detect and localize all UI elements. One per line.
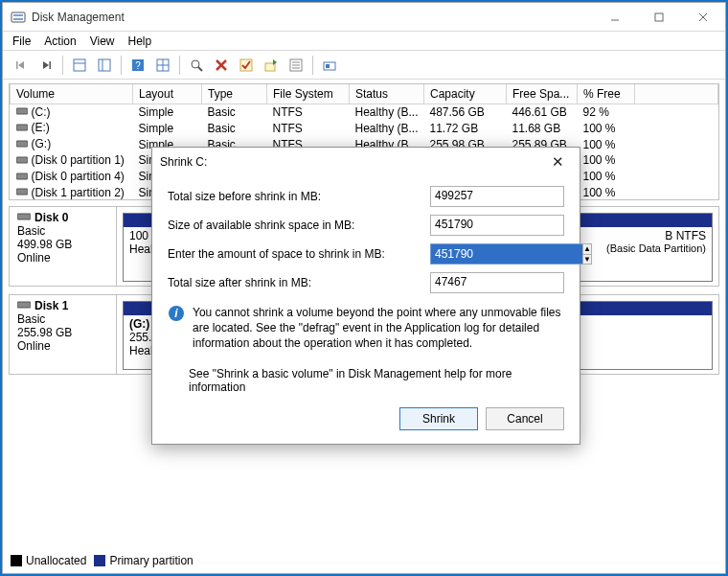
delete-icon[interactable] [210,54,233,77]
svg-rect-32 [16,141,28,147]
svg-rect-34 [16,173,28,179]
disk-info: Disk 1 Basic 255.98 GB Online [10,295,117,374]
svg-rect-2 [13,18,23,20]
label-shrink-amount: Enter the amount of space to shrink in M… [168,247,430,261]
menu-help[interactable]: Help [128,35,152,48]
info-icon: i [168,305,185,352]
shrink-amount-input[interactable] [430,243,582,265]
partition-label: B NTFS [584,229,706,242]
info-text: You cannot shrink a volume beyond the po… [193,305,564,352]
hdd-icon [17,299,31,312]
svg-rect-9 [74,59,85,71]
help-text: See "Shrink a basic volume" in Disk Mana… [189,367,564,394]
hdd-icon [16,154,30,168]
disk-info: Disk 0 Basic 499.98 GB Online [10,207,117,286]
svg-rect-35 [16,189,28,195]
col-pctfree[interactable]: % Free [578,84,635,104]
disk-management-window: Disk Management File Action View Help ? [2,2,726,574]
disk-name: Disk 0 [34,211,68,224]
col-fs[interactable]: File System [267,84,350,104]
svg-text:?: ? [135,60,141,71]
svg-rect-29 [326,64,330,68]
svg-rect-30 [16,108,28,114]
toolbar-icon-1[interactable] [68,54,91,77]
disk-state: Online [17,251,108,265]
disk-kind: Basic [17,224,108,238]
toolbar-icon-4[interactable] [260,54,283,77]
svg-rect-0 [11,12,25,22]
label-size-available: Size of available shrink space in MB: [168,219,430,232]
cancel-button[interactable]: Cancel [486,407,564,430]
disk-size: 255.98 GB [17,326,108,339]
shrink-amount-spinner[interactable]: ▲ ▼ [430,243,564,265]
col-status[interactable]: Status [350,84,424,104]
disk-size: 499.98 GB [17,238,108,251]
svg-rect-38 [17,214,31,219]
svg-rect-7 [16,61,18,69]
titlebar[interactable]: Disk Management [3,3,725,32]
svg-rect-1 [13,14,23,16]
check-icon[interactable] [235,54,258,77]
search-icon[interactable] [185,54,208,77]
menu-action[interactable]: Action [44,35,76,48]
disk-name: Disk 1 [34,299,68,312]
legend-unallocated: Unallocated [26,554,86,567]
dialog-titlebar[interactable]: Shrink C: ✕ [152,148,580,176]
svg-rect-31 [16,125,28,130]
table-row[interactable]: (E:)SimpleBasicNTFSHealthy (B...11.72 GB… [11,120,718,136]
value-size-before: 499257 [430,186,564,207]
col-layout[interactable]: Layout [133,84,202,104]
partition-status: (Basic Data Partition) [584,242,706,254]
hdd-icon [16,138,30,151]
svg-rect-33 [16,157,28,163]
toolbar-icon-2[interactable] [93,54,116,77]
disk-state: Online [17,339,108,353]
menu-file[interactable]: File [12,35,31,48]
shrink-dialog: Shrink C: ✕ Total size before shrink in … [151,147,580,445]
svg-line-19 [198,67,202,71]
maximize-button[interactable] [637,3,681,32]
dialog-title: Shrink C: [160,155,207,169]
menu-view[interactable]: View [90,35,115,48]
hdd-icon [16,171,30,184]
legend: Unallocated Primary partition [11,554,193,567]
svg-rect-11 [99,59,110,71]
toolbar-icon-5[interactable] [318,54,341,77]
back-button[interactable] [10,54,33,77]
properties-icon[interactable] [284,54,307,77]
label-size-before: Total size before shrink in MB: [168,190,430,203]
hdd-icon [16,186,30,199]
value-size-after: 47467 [430,272,564,293]
app-icon [11,10,26,25]
svg-rect-39 [17,302,31,308]
col-capacity[interactable]: Capacity [424,84,507,104]
table-row[interactable]: (C:)SimpleBasicNTFSHealthy (B...487.56 G… [11,104,718,120]
toolbar: ? [3,51,725,80]
svg-point-18 [192,60,199,68]
col-free[interactable]: Free Spa... [507,84,578,104]
menubar: File Action View Help [3,32,725,51]
svg-rect-8 [50,61,52,69]
label-size-after: Total size after shrink in MB: [168,276,430,289]
column-headers[interactable]: Volume Layout Type File System Status Ca… [11,84,718,104]
svg-rect-4 [655,13,663,21]
close-button[interactable] [681,3,725,32]
help-icon[interactable]: ? [126,54,149,77]
window-title: Disk Management [32,11,125,24]
col-type[interactable]: Type [202,84,267,104]
hdd-icon [16,105,30,119]
partition-tail[interactable]: B NTFS (Basic Data Partition) [579,213,713,282]
disk-kind: Basic [17,312,108,326]
forward-button[interactable] [34,54,57,77]
hdd-icon [17,211,31,224]
shrink-button[interactable]: Shrink [399,407,478,430]
close-icon[interactable]: ✕ [543,153,572,171]
toolbar-icon-3[interactable] [151,54,174,77]
legend-primary: Primary partition [109,554,193,567]
spin-down-button[interactable]: ▼ [583,255,591,265]
minimize-button[interactable] [593,3,637,32]
col-volume[interactable]: Volume [11,84,133,104]
spin-up-button[interactable]: ▲ [583,244,591,255]
hdd-icon [16,122,30,135]
value-size-available: 451790 [430,215,564,236]
